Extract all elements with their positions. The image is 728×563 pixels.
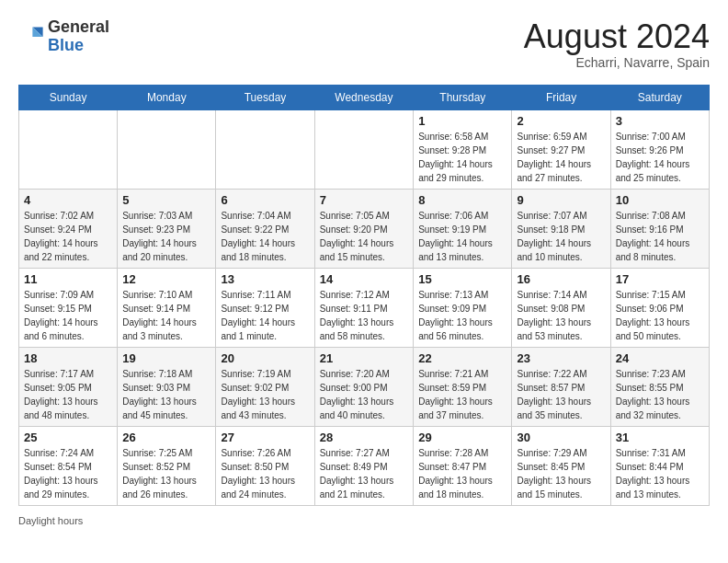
day-info: Sunrise: 7:06 AMSunset: 9:19 PMDaylight:… <box>418 209 506 264</box>
calendar-cell <box>314 109 414 189</box>
day-number: 9 <box>517 193 605 207</box>
logo: General Blue <box>18 18 109 55</box>
calendar-cell: 7Sunrise: 7:05 AMSunset: 9:20 PMDaylight… <box>314 189 414 268</box>
day-number: 13 <box>221 272 309 286</box>
logo-blue-text: Blue <box>48 36 84 54</box>
day-number: 18 <box>24 351 112 365</box>
day-number: 10 <box>616 193 704 207</box>
calendar-week-row: 4Sunrise: 7:02 AMSunset: 9:24 PMDaylight… <box>19 189 710 268</box>
day-number: 28 <box>320 431 409 444</box>
calendar-cell: 17Sunrise: 7:15 AMSunset: 9:06 PMDayligh… <box>610 268 709 347</box>
day-of-week-header: Wednesday <box>314 85 414 109</box>
day-info: Sunrise: 7:02 AMSunset: 9:24 PMDaylight:… <box>24 209 112 264</box>
day-number: 2 <box>517 114 605 128</box>
day-info: Sunrise: 7:23 AMSunset: 8:55 PMDaylight:… <box>616 367 704 422</box>
daylight-label: Daylight hours <box>18 515 83 526</box>
day-info: Sunrise: 7:20 AMSunset: 9:00 PMDaylight:… <box>320 367 409 422</box>
calendar-cell: 2Sunrise: 6:59 AMSunset: 9:27 PMDaylight… <box>512 109 610 189</box>
calendar-body: 1Sunrise: 6:58 AMSunset: 9:28 PMDaylight… <box>19 109 710 505</box>
day-info: Sunrise: 7:12 AMSunset: 9:11 PMDaylight:… <box>320 288 409 343</box>
calendar-cell: 23Sunrise: 7:22 AMSunset: 8:57 PMDayligh… <box>512 347 610 426</box>
day-info: Sunrise: 7:09 AMSunset: 9:15 PMDaylight:… <box>24 288 112 343</box>
day-number: 21 <box>320 351 409 365</box>
day-number: 8 <box>418 193 506 207</box>
day-of-week-header: Sunday <box>19 85 118 109</box>
calendar-cell: 21Sunrise: 7:20 AMSunset: 9:00 PMDayligh… <box>314 347 414 426</box>
calendar-cell: 27Sunrise: 7:26 AMSunset: 8:50 PMDayligh… <box>216 426 314 505</box>
day-number: 7 <box>320 193 409 207</box>
day-number: 14 <box>320 272 409 286</box>
day-of-week-header: Monday <box>118 85 216 109</box>
day-info: Sunrise: 7:15 AMSunset: 9:06 PMDaylight:… <box>616 288 704 343</box>
calendar-cell: 31Sunrise: 7:31 AMSunset: 8:44 PMDayligh… <box>610 426 709 505</box>
calendar-cell: 30Sunrise: 7:29 AMSunset: 8:45 PMDayligh… <box>512 426 610 505</box>
calendar-cell: 28Sunrise: 7:27 AMSunset: 8:49 PMDayligh… <box>314 426 414 505</box>
calendar-cell: 5Sunrise: 7:03 AMSunset: 9:23 PMDaylight… <box>118 189 216 268</box>
logo-general-text: General <box>48 17 109 36</box>
day-number: 23 <box>517 351 605 365</box>
calendar-cell: 10Sunrise: 7:08 AMSunset: 9:16 PMDayligh… <box>610 189 709 268</box>
calendar-cell: 3Sunrise: 7:00 AMSunset: 9:26 PMDaylight… <box>610 109 709 189</box>
calendar-cell: 14Sunrise: 7:12 AMSunset: 9:11 PMDayligh… <box>314 268 414 347</box>
calendar-week-row: 18Sunrise: 7:17 AMSunset: 9:05 PMDayligh… <box>19 347 710 426</box>
calendar-cell: 22Sunrise: 7:21 AMSunset: 8:59 PMDayligh… <box>414 347 512 426</box>
day-number: 26 <box>122 431 210 444</box>
day-info: Sunrise: 6:59 AMSunset: 9:27 PMDaylight:… <box>517 130 605 185</box>
calendar-cell: 6Sunrise: 7:04 AMSunset: 9:22 PMDaylight… <box>216 189 314 268</box>
day-number: 6 <box>221 193 309 207</box>
day-info: Sunrise: 7:25 AMSunset: 8:52 PMDaylight:… <box>122 446 210 501</box>
day-info: Sunrise: 7:19 AMSunset: 9:02 PMDaylight:… <box>221 367 309 422</box>
days-of-week-row: SundayMondayTuesdayWednesdayThursdayFrid… <box>19 85 710 109</box>
day-info: Sunrise: 7:13 AMSunset: 9:09 PMDaylight:… <box>418 288 506 343</box>
calendar-cell: 11Sunrise: 7:09 AMSunset: 9:15 PMDayligh… <box>19 268 118 347</box>
day-info: Sunrise: 7:18 AMSunset: 9:03 PMDaylight:… <box>122 367 210 422</box>
calendar-cell: 18Sunrise: 7:17 AMSunset: 9:05 PMDayligh… <box>19 347 118 426</box>
calendar-cell: 15Sunrise: 7:13 AMSunset: 9:09 PMDayligh… <box>414 268 512 347</box>
day-info: Sunrise: 7:27 AMSunset: 8:49 PMDaylight:… <box>320 446 409 501</box>
calendar-cell <box>216 109 314 189</box>
day-of-week-header: Saturday <box>610 85 709 109</box>
day-info: Sunrise: 7:00 AMSunset: 9:26 PMDaylight:… <box>616 130 704 185</box>
day-number: 17 <box>616 272 704 286</box>
day-of-week-header: Friday <box>512 85 610 109</box>
day-info: Sunrise: 6:58 AMSunset: 9:28 PMDaylight:… <box>418 130 506 185</box>
day-number: 4 <box>24 193 112 207</box>
day-number: 16 <box>517 272 605 286</box>
calendar-cell <box>118 109 216 189</box>
calendar-cell: 9Sunrise: 7:07 AMSunset: 9:18 PMDaylight… <box>512 189 610 268</box>
calendar-cell: 20Sunrise: 7:19 AMSunset: 9:02 PMDayligh… <box>216 347 314 426</box>
day-info: Sunrise: 7:22 AMSunset: 8:57 PMDaylight:… <box>517 367 605 422</box>
calendar-week-row: 25Sunrise: 7:24 AMSunset: 8:54 PMDayligh… <box>19 426 710 505</box>
calendar-cell: 16Sunrise: 7:14 AMSunset: 9:08 PMDayligh… <box>512 268 610 347</box>
day-number: 31 <box>616 431 704 444</box>
day-info: Sunrise: 7:10 AMSunset: 9:14 PMDaylight:… <box>122 288 210 343</box>
day-info: Sunrise: 7:03 AMSunset: 9:23 PMDaylight:… <box>122 209 210 264</box>
day-of-week-header: Tuesday <box>216 85 314 109</box>
day-info: Sunrise: 7:04 AMSunset: 9:22 PMDaylight:… <box>221 209 309 264</box>
day-number: 3 <box>616 114 704 128</box>
calendar-cell: 19Sunrise: 7:18 AMSunset: 9:03 PMDayligh… <box>118 347 216 426</box>
day-number: 29 <box>418 431 506 444</box>
calendar-cell: 24Sunrise: 7:23 AMSunset: 8:55 PMDayligh… <box>610 347 709 426</box>
day-number: 27 <box>221 431 309 444</box>
day-info: Sunrise: 7:08 AMSunset: 9:16 PMDaylight:… <box>616 209 704 264</box>
location-subtitle: Echarri, Navarre, Spain <box>524 55 710 70</box>
day-number: 30 <box>517 431 605 444</box>
day-number: 15 <box>418 272 506 286</box>
day-info: Sunrise: 7:28 AMSunset: 8:47 PMDaylight:… <box>418 446 506 501</box>
day-info: Sunrise: 7:26 AMSunset: 8:50 PMDaylight:… <box>221 446 309 501</box>
day-number: 11 <box>24 272 112 286</box>
day-info: Sunrise: 7:21 AMSunset: 8:59 PMDaylight:… <box>418 367 506 422</box>
title-block: August 2024 Echarri, Navarre, Spain <box>524 18 710 70</box>
day-info: Sunrise: 7:11 AMSunset: 9:12 PMDaylight:… <box>221 288 309 343</box>
day-number: 12 <box>122 272 210 286</box>
calendar-cell: 29Sunrise: 7:28 AMSunset: 8:47 PMDayligh… <box>414 426 512 505</box>
day-number: 25 <box>24 431 112 444</box>
page-header: General Blue August 2024 Echarri, Navarr… <box>18 18 710 70</box>
calendar-cell: 4Sunrise: 7:02 AMSunset: 9:24 PMDaylight… <box>19 189 118 268</box>
day-number: 19 <box>122 351 210 365</box>
day-number: 20 <box>221 351 309 365</box>
calendar-cell: 1Sunrise: 6:58 AMSunset: 9:28 PMDaylight… <box>414 109 512 189</box>
footer: Daylight hours <box>18 515 710 526</box>
calendar-week-row: 1Sunrise: 6:58 AMSunset: 9:28 PMDaylight… <box>19 109 710 189</box>
